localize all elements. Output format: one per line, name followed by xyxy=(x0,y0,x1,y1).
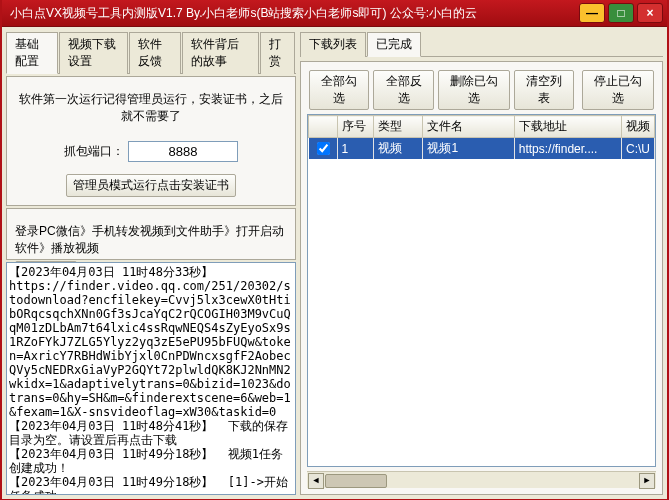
col-filename[interactable]: 文件名 xyxy=(423,116,514,138)
row-url: https://finder.... xyxy=(514,138,621,160)
right-tabs: 下载列表 已完成 xyxy=(300,31,663,57)
scroll-thumb[interactable] xyxy=(325,474,387,488)
stop-selected-button[interactable]: 停止已勾选 xyxy=(582,70,654,110)
admin-install-cert-button[interactable]: 管理员模式运行点击安装证书 xyxy=(66,174,236,197)
window-title: 小白点VX视频号工具内测版V1.7 By.小白老师s(B站搜索小白老师s即可) … xyxy=(10,5,576,22)
instruction-text: 登录PC微信》手机转发视频到文件助手》打开启动软件》播放视频 xyxy=(15,223,287,257)
tab-basic-config[interactable]: 基础配置 xyxy=(6,32,58,74)
titlebar: 小白点VX视频号工具内测版V1.7 By.小白老师s(B站搜索小白老师s即可) … xyxy=(2,0,667,27)
horizontal-scrollbar[interactable]: ◄ ► xyxy=(307,471,656,488)
col-video[interactable]: 视频 xyxy=(622,116,655,138)
tab-download-list[interactable]: 下载列表 xyxy=(300,32,366,57)
close-button[interactable]: × xyxy=(637,3,663,23)
port-input[interactable] xyxy=(128,141,238,162)
row-type: 视频 xyxy=(374,138,423,160)
tab-feedback[interactable]: 软件反馈 xyxy=(129,32,181,74)
completed-grid[interactable]: 序号 类型 文件名 下载地址 视频 1 视频 xyxy=(307,114,656,467)
delete-selected-button[interactable]: 删除已勾选 xyxy=(438,70,510,110)
tab-completed[interactable]: 已完成 xyxy=(367,32,421,57)
table-row[interactable]: 1 视频 视频1 https://finder.... C:\U xyxy=(309,138,655,160)
tab-donate[interactable]: 打赏 xyxy=(260,32,295,74)
col-index[interactable]: 序号 xyxy=(337,116,374,138)
maximize-button[interactable]: □ xyxy=(608,3,634,23)
log-textarea[interactable]: 【2023年04月03日 11时48分33秒】 https://finder.v… xyxy=(6,262,296,495)
invert-select-button[interactable]: 全部反选 xyxy=(373,70,433,110)
col-checkbox[interactable] xyxy=(309,116,338,138)
select-all-button[interactable]: 全部勾选 xyxy=(309,70,369,110)
list-toolbar: 全部勾选 全部反选 删除已勾选 清空列表 停止已勾选 xyxy=(307,68,656,110)
minimize-button[interactable]: — xyxy=(579,3,605,23)
col-url[interactable]: 下载地址 xyxy=(514,116,621,138)
scroll-right-arrow[interactable]: ► xyxy=(639,473,655,489)
config-panel: 软件第一次运行记得管理员运行，安装证书，之后就不需要了 抓包端口： 管理员模式运… xyxy=(6,76,296,206)
row-checkbox[interactable] xyxy=(317,142,330,155)
scroll-left-arrow[interactable]: ◄ xyxy=(308,473,324,489)
instruction-panel: 登录PC微信》手机转发视频到文件助手》打开启动软件》播放视频 停止软件 联系作者… xyxy=(6,208,296,260)
col-type[interactable]: 类型 xyxy=(374,116,423,138)
left-tabs: 基础配置 视频下载设置 软件反馈 软件背后的故事 打赏 xyxy=(6,31,296,74)
tab-download-settings[interactable]: 视频下载设置 xyxy=(59,32,128,74)
clear-list-button[interactable]: 清空列表 xyxy=(514,70,574,110)
tab-story[interactable]: 软件背后的故事 xyxy=(182,32,259,74)
config-note: 软件第一次运行记得管理员运行，安装证书，之后就不需要了 xyxy=(15,91,287,125)
row-video: C:\U xyxy=(622,138,655,160)
row-index: 1 xyxy=(337,138,374,160)
row-filename: 视频1 xyxy=(423,138,514,160)
port-label: 抓包端口： xyxy=(64,143,124,160)
